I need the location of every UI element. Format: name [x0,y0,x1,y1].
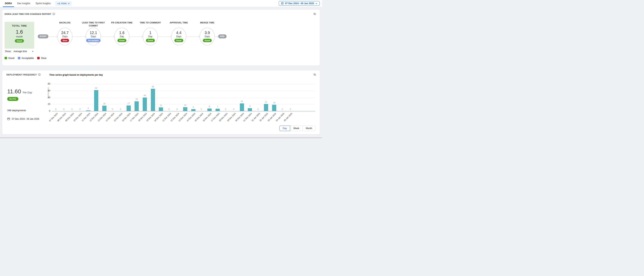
x-axis-label: 01 Jan 2025 [251,112,260,122]
date-range-value: 07 Dec 2024 - 05 Jan 2025 [285,2,314,5]
flow-start-node: START [38,34,48,38]
bar-value-label: 8 [206,105,213,108]
bar-value-label: 16 [101,102,108,105]
bar-value-label: 0 [69,108,75,110]
status-legend: Good Acceptable Slow [4,57,320,60]
x-axis-label: 03 Jan 2025 [267,112,276,122]
deployment-bar [126,105,131,111]
deployment-bar [208,108,212,111]
stage-circle: 12.1 Days Acceptable [86,28,101,45]
stage-circle: 4.4 Days Good [171,28,186,45]
bar-value-label: 0 [222,108,229,110]
lead-time-settings-button[interactable] [313,12,316,16]
stage-value: 4.4 [176,31,182,35]
deployment-bar [272,105,276,111]
flow-end-node: END [218,34,226,38]
calendar-icon [281,2,284,5]
lead-time-body: TOTAL TIME 1.6 month Good Show: Average … [2,18,320,53]
legend-swatch-slow [37,57,40,59]
stage-status-badge: Good [146,39,155,42]
stage-time-to-comment: TIME TO COMMENT 1 Day Good [143,28,158,45]
lead-time-panel-header: DORA LEAD TIME FOR CHANGES REPORT [2,10,320,15]
granularity-day-button[interactable]: Day [279,126,290,131]
gridline [52,84,315,84]
deployment-bar [102,106,106,111]
chevron-down-icon [32,50,34,52]
tab-label: Dev Insights [17,2,30,5]
legend-swatch-acceptable [18,57,20,59]
gridline [52,91,315,91]
show-label: Show: [5,50,11,53]
tab-dora[interactable]: DORA [2,0,14,7]
granularity-month-button[interactable]: Month [302,126,316,131]
bar-value-label: 9 [247,105,253,107]
bar-value-label: 23 [239,100,245,102]
deployment-bar [159,107,163,111]
bar-value-label: 11 [158,104,164,106]
legend-swatch-good [4,57,7,59]
window-bottom-edge [0,137,322,138]
granularity-toggle: Day Week Month [279,126,316,131]
gridline [52,98,315,98]
x-axis-label: 04 Jan 2025 [275,112,284,122]
deployment-bar [134,101,139,111]
bar-value-label: 0 [198,108,204,110]
deployment-bar [240,103,244,111]
stage-approval-time: APPROVAL TIME 4.4 Days Good [171,28,186,45]
stage-merge-time: MERGE TIME 3.9 Days Good [200,28,215,45]
sliders-icon [313,13,316,16]
deployments-bar-chart: Deployments 020406080007 Dec 2024008 Dec… [2,70,320,134]
stage-name: TIME TO COMMENT [136,21,164,24]
lead-time-panel: DORA LEAD TIME FOR CHANGES REPORT TOTAL … [2,10,320,66]
deployment-bar [143,97,147,111]
tab-label: DORA [5,2,12,5]
stage-status-badge: Slow [61,39,69,42]
more-tabs-dropdown[interactable]: +3 more [55,1,72,6]
stage-unit: Days [62,35,68,38]
date-range-picker[interactable]: 07 Dec 2024 - 05 Jan 2025 [279,1,320,6]
panel-title-text: DORA LEAD TIME FOR CHANGES REPORT [4,13,51,15]
more-tabs-label: more [61,2,66,5]
granularity-week-button[interactable]: Week [290,126,302,131]
info-icon[interactable] [52,13,55,15]
tab-dev-insights[interactable]: Dev Insights [14,0,33,7]
stage-pr-creation-time: PR CREATION TIME 1.6 Day Good [114,28,130,45]
more-tabs-count: +3 [57,2,60,5]
lead-time-panel-title: DORA LEAD TIME FOR CHANGES REPORT [4,13,55,15]
stage-value: 1.6 [119,31,124,35]
stage-status-badge: Good [174,39,183,42]
y-axis-tick: 60 [42,89,50,92]
bar-value-label: 0 [230,108,237,110]
bar-value-label: 0 [61,108,67,110]
bar-value-label: 21 [263,101,269,103]
bar-value-label: 62 [93,87,100,89]
stage-name: MERGE TIME [193,21,222,24]
show-selected-value: Average time [14,50,27,53]
stage-circle: 24.7 Days Slow [57,28,72,45]
y-axis-tick: 40 [42,96,50,99]
bar-value-label: 0 [52,108,59,110]
stage-circle: 1.6 Day Good [114,28,130,45]
legend-label: Slow [41,57,46,60]
bar-value-label: 0 [77,108,83,110]
bar-value-label: 0 [166,108,172,110]
lead-time-flow-diagram: START BACKLOG 24.7 Days Slow LEAD TIME T… [38,18,226,45]
tab-sprint-insights[interactable]: Sprint Insights [33,0,53,7]
y-axis-tick: 20 [42,103,50,105]
y-axis-tick: 0 [42,110,50,112]
bar-value-label: 40 [142,94,148,97]
show-metric-dropdown[interactable]: Show: Average time [4,50,34,53]
legend-label: Acceptable [22,57,34,60]
bar-value-label: 0 [109,108,116,110]
y-axis-tick: 80 [42,82,50,85]
deployment-bar [183,107,187,111]
legend-item-slow: Slow [37,57,46,60]
stage-unit: Days [176,35,182,38]
deployment-bar [151,89,155,111]
bar-value-label: 0 [279,108,286,110]
tab-label: Sprint Insights [36,2,51,5]
bar-value-label: 19 [271,101,278,104]
stage-unit: Days [91,35,96,38]
stage-unit: Day [120,35,124,38]
total-time-status-badge: Good [15,39,24,43]
